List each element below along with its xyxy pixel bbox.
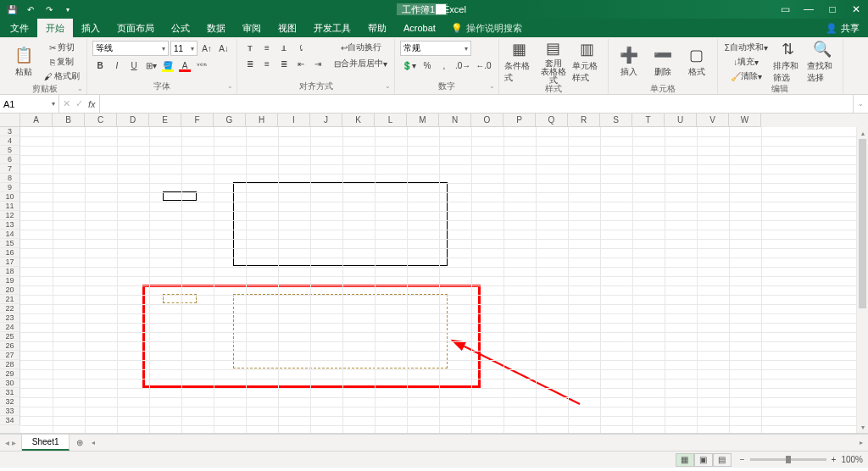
cell-styles-button[interactable]: ▥单元格样式 [572,41,603,83]
border-button[interactable]: ⊞▾ [143,58,159,72]
col-head-B[interactable]: B [53,114,85,127]
col-head-V[interactable]: V [697,114,729,127]
fx-icon[interactable]: fx [88,99,96,109]
increase-font-icon[interactable]: A↑ [199,42,214,55]
undo-icon[interactable]: ↶ [22,2,39,17]
wrap-text-button[interactable]: ↩ 自动换行 [332,41,389,54]
row-head-4[interactable]: 4 [0,136,20,146]
redo-icon[interactable]: ↷ [41,2,58,17]
row-head-23[interactable]: 23 [0,313,20,323]
tab-file[interactable]: 文件 [2,19,37,37]
font-family-combo[interactable]: 等线▾ [92,41,169,56]
col-head-N[interactable]: N [439,114,471,127]
share-button[interactable]: 👤 共享 [826,19,868,37]
ribbon-display-icon[interactable]: ▭ [773,0,797,19]
align-right-icon[interactable]: ≣ [276,57,292,70]
conditional-format-button[interactable]: ▦条件格式 [504,41,535,83]
large-rectangle-shape[interactable] [233,182,448,266]
sheet-tab-1[interactable]: Sheet1 [22,435,70,451]
col-head-S[interactable]: S [600,114,632,127]
row-head-11[interactable]: 11 [0,202,20,211]
close-icon[interactable]: ✕ [844,0,868,19]
minimize-icon[interactable]: — [797,0,821,19]
col-head-R[interactable]: R [568,114,600,127]
zoom-out-icon[interactable]: − [740,455,745,464]
row-head-24[interactable]: 24 [0,323,20,332]
row-head-14[interactable]: 14 [0,230,20,239]
decrease-indent-icon[interactable]: ⇤ [293,57,309,70]
zoom-level[interactable]: 100% [841,455,863,464]
col-head-O[interactable]: O [471,114,504,127]
scroll-thumb[interactable] [859,139,866,308]
number-format-combo[interactable]: 常规▾ [400,41,471,56]
row-head-7[interactable]: 7 [0,164,20,174]
row-head-3[interactable]: 3 [0,127,20,136]
row-head-21[interactable]: 21 [0,295,20,304]
align-top-icon[interactable]: ⫪ [242,41,258,54]
row-head-25[interactable]: 25 [0,332,20,341]
col-head-U[interactable]: U [665,114,697,127]
format-cells-button[interactable]: ▢格式 [682,41,712,83]
row-head-13[interactable]: 13 [0,220,20,230]
scroll-down-icon[interactable]: ▾ [857,421,868,433]
sheet-nav[interactable]: ◂ ▸ [0,435,22,451]
decrease-font-icon[interactable]: A↓ [216,42,231,55]
name-box[interactable]: A1 ▾ [0,95,59,113]
scroll-right-icon[interactable]: ▸ [858,439,865,446]
row-head-29[interactable]: 29 [0,369,20,379]
row-head-9[interactable]: 9 [0,183,20,192]
clear-button[interactable]: 🧹 清除 ▾ [723,69,770,83]
col-head-P[interactable]: P [504,114,536,127]
row-head-16[interactable]: 16 [0,248,20,258]
row-head-15[interactable]: 15 [0,239,20,248]
align-bottom-icon[interactable]: ⫫ [276,41,292,54]
normal-view-icon[interactable]: ▦ [676,453,694,467]
row-head-31[interactable]: 31 [0,388,20,397]
tab-home[interactable]: 开始 [37,19,73,37]
italic-button[interactable]: I [109,58,125,72]
tab-formulas[interactable]: 公式 [163,19,198,37]
tab-insert[interactable]: 插入 [73,19,108,37]
name-box-dropdown-icon[interactable]: ▾ [52,100,55,108]
delete-cells-button[interactable]: ➖删除 [648,41,678,83]
increase-indent-icon[interactable]: ⇥ [310,57,326,70]
row-head-5[interactable]: 5 [0,146,20,155]
expand-formula-bar-icon[interactable]: ⌄ [853,95,868,113]
col-head-C[interactable]: C [85,114,117,127]
col-head-H[interactable]: H [246,114,278,127]
row-head-28[interactable]: 28 [0,360,20,369]
formula-input[interactable] [100,95,853,113]
tab-developer[interactable]: 开发工具 [305,19,359,37]
font-size-combo[interactable]: 11▾ [170,41,198,56]
copy-button[interactable]: 复制 [42,55,81,69]
phonetic-button[interactable]: ᵛᵉⁿ [194,58,209,72]
row-head-27[interactable]: 27 [0,351,20,360]
bold-button[interactable]: B [92,58,108,72]
row-head-26[interactable]: 26 [0,341,20,351]
scroll-up-icon[interactable]: ▴ [857,127,868,139]
col-head-A[interactable]: A [20,114,53,127]
col-head-K[interactable]: K [342,114,375,127]
increase-decimal-icon[interactable]: .0→ [453,58,472,72]
tab-review[interactable]: 审阅 [234,19,270,37]
align-middle-icon[interactable]: ≡ [259,41,275,54]
autosum-button[interactable]: Σ 自动求和 ▾ [723,41,770,54]
decrease-decimal-icon[interactable]: ←.0 [474,58,492,72]
tab-view[interactable]: 视图 [270,19,305,37]
fill-color-button[interactable]: 🪣 [160,58,175,72]
row-head-8[interactable]: 8 [0,174,20,183]
sort-filter-button[interactable]: ⇅排序和筛选 [773,41,804,83]
vertical-scrollbar[interactable]: ▴ ▾ [856,127,868,433]
merge-center-button[interactable]: ⊟ 合并后居中 ▾ [332,57,389,70]
col-head-L[interactable]: L [375,114,407,127]
zoom-thumb[interactable] [786,456,791,463]
row-head-20[interactable]: 20 [0,285,20,295]
underline-button[interactable]: U [126,58,142,72]
enter-formula-icon[interactable]: ✓ [75,98,83,109]
cancel-formula-icon[interactable]: ✕ [63,98,70,109]
font-color-button[interactable]: A [177,58,192,72]
select-all-corner[interactable] [0,114,20,127]
spreadsheet-grid[interactable]: ABCDEFGHIJKLMNOPQRSTUVW 3456789101112131… [0,114,868,434]
insert-cells-button[interactable]: ➕插入 [614,41,644,83]
tab-page-layout[interactable]: 页面布局 [108,19,163,37]
